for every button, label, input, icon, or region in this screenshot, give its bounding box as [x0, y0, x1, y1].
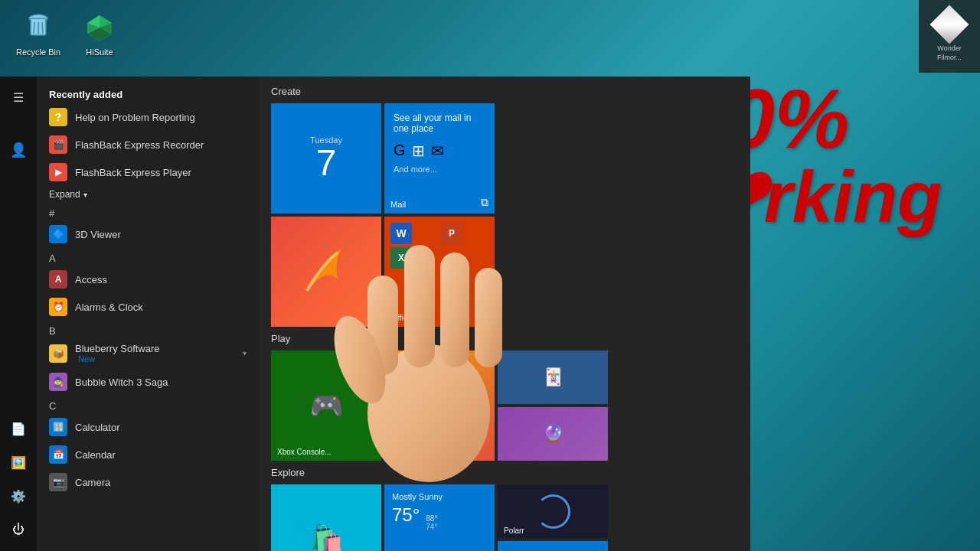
xbox-icon: 🎮: [309, 390, 344, 422]
solitaire-graphic: 🃏: [543, 367, 564, 387]
weather-temp: 75°: [392, 504, 420, 526]
camera-label: Camera: [75, 477, 110, 488]
app-item-3d-viewer[interactable]: 🔷 3D Viewer: [37, 220, 259, 248]
c-label: C: [37, 396, 259, 413]
calendar-icon: 📅: [49, 445, 67, 464]
calendar-label: Calendar: [75, 449, 116, 461]
tile-mail[interactable]: See all your mail in one place G ⊞ ✉ And…: [384, 103, 495, 214]
a-label: A: [37, 248, 259, 266]
app-item-camera[interactable]: 📷 Camera: [37, 468, 259, 496]
tiles-area: Create Tuesday 7 See all your mail in on…: [259, 77, 750, 551]
mail-icons-row: G ⊞ ✉: [394, 142, 444, 160]
weather-condition: Mostly Sunny: [392, 492, 443, 501]
polarr-label: Polarr: [504, 527, 524, 535]
calculator-icon: 🔢: [49, 418, 67, 436]
tile-calendar[interactable]: Tuesday 7: [271, 103, 381, 214]
recycle-bin-label: Recycle Bin: [16, 47, 60, 57]
explore-section-label: Explore: [271, 467, 738, 478]
mail-expand-icon: ⧉: [481, 196, 488, 209]
app-item-flashback-player[interactable]: ▶ FlashBack Express Player: [37, 158, 259, 186]
sidebar-narrow: ☰ 👤 📄 🖼️ ⚙️ ⏻: [0, 77, 37, 551]
desktop: Recycle Bin HiSuite WonderFilmor... 100%…: [0, 0, 980, 551]
expand-label: Expand: [49, 189, 80, 200]
explore-row1: 🛍️ Microsoft Store Mostly Sunny 75° 88° …: [271, 484, 738, 551]
office-icons-grid: W P X +: [390, 223, 488, 269]
weather-high: 88°: [426, 514, 437, 523]
camera-icon: 📷: [49, 473, 67, 491]
office-extra-icon: +: [441, 247, 462, 269]
hisuite-label: HiSuite: [86, 47, 113, 57]
documents-icon[interactable]: 📄: [3, 413, 34, 444]
blueberry-label-block: Blueberry Software New: [75, 343, 160, 364]
b-label: B: [37, 321, 259, 338]
svg-line-4: [42, 22, 43, 34]
app-item-calculator[interactable]: 🔢 Calculator: [37, 413, 259, 441]
expand-button[interactable]: Expand ▾: [37, 186, 259, 203]
office-tiles-row: W P X + Office: [271, 217, 738, 327]
explore-right-col: Polarr Start: [498, 484, 608, 551]
tile-store[interactable]: 🛍️ Microsoft Store: [271, 484, 381, 551]
calculator-label: Calculator: [75, 422, 120, 433]
google-icon: G: [394, 142, 406, 160]
app-item-bubble-witch[interactable]: 🧙 Bubble Witch 3 Saga: [37, 368, 259, 396]
weather-low: 74°: [426, 523, 437, 531]
powerpoint-icon: P: [441, 223, 462, 244]
photos-icon[interactable]: 🖼️: [3, 447, 34, 478]
create-tiles-row: Tuesday 7 See all your mail in one place…: [271, 103, 738, 214]
word-icon: W: [390, 223, 412, 244]
recently-added-label: Recently added: [37, 83, 259, 103]
play-right-col: 🃏 🔮: [498, 350, 608, 461]
tile-start[interactable]: Start: [498, 541, 608, 551]
app-item-flashback-recorder[interactable]: 🎬 FlashBack Express Recorder: [37, 131, 259, 158]
mail-and-more: And more...: [394, 165, 437, 174]
power-icon[interactable]: ⏻: [3, 514, 34, 545]
tile-xbox[interactable]: 🎮 Xbox Console...: [271, 350, 381, 461]
hamburger-menu-button[interactable]: ☰: [3, 83, 34, 113]
outlook-icon: ⊞: [412, 142, 425, 160]
office-label: Office: [390, 313, 413, 322]
mail-label: Mail: [390, 200, 406, 209]
alarms-icon: ⏰: [49, 298, 67, 316]
desktop-icon-hisuite[interactable]: HiSuite: [69, 6, 130, 60]
blueberry-icon: 📦: [49, 344, 67, 363]
play-section-label: Play: [271, 333, 738, 344]
app-list: Recently added ? Help on Problem Reporti…: [37, 77, 259, 551]
help-label: Help on Problem Reporting: [75, 112, 195, 123]
polarr-circle-icon: [536, 494, 570, 529]
flashback-recorder-label: FlashBack Express Recorder: [75, 139, 204, 151]
weather-range: 88° 74°: [426, 514, 437, 531]
hash-label: #: [37, 203, 259, 220]
user-avatar[interactable]: 👤: [3, 135, 34, 165]
desktop-icon-recycle-bin[interactable]: Recycle Bin: [8, 6, 69, 60]
flashback-player-icon: ▶: [49, 163, 67, 181]
settings-icon[interactable]: ⚙️: [3, 481, 34, 511]
mail-envelope-icon: ✉: [431, 142, 444, 160]
tile-candy-friends[interactable]: 🍬Friends: [384, 350, 495, 461]
app-item-access[interactable]: A Access: [37, 266, 259, 293]
blueberry-expand-icon: ▾: [243, 349, 247, 357]
play-tiles-row: 🎮 Xbox Console... 🍬Friends 🃏 🔮: [271, 350, 738, 461]
tile-weather[interactable]: Mostly Sunny 75° 88° 74° Saint-Denis: [384, 484, 495, 551]
access-icon: A: [49, 270, 67, 289]
mail-title: See all your mail in one place: [394, 112, 485, 134]
tile-scratch[interactable]: [271, 217, 381, 327]
scratch-graphic: [296, 241, 357, 302]
app-item-calendar[interactable]: 📅 Calendar: [37, 441, 259, 468]
tile-office[interactable]: W P X + Office: [384, 217, 495, 327]
svg-line-2: [34, 22, 34, 34]
expand-chevron-icon: ▾: [83, 191, 87, 199]
tile-bubble-play[interactable]: 🔮: [498, 407, 608, 461]
bubble-witch-play-graphic: 🔮: [543, 424, 564, 444]
app-item-help[interactable]: ? Help on Problem Reporting: [37, 103, 259, 131]
bubble-witch-label: Bubble Witch 3 Saga: [75, 377, 168, 388]
cal-num-label: 7: [316, 145, 337, 181]
excel-icon: X: [390, 247, 412, 269]
weather-temps: 75° 88° 74°: [392, 504, 437, 531]
bubble-witch-icon: 🧙: [49, 373, 67, 391]
tile-polarr[interactable]: Polarr: [498, 484, 608, 538]
access-label: Access: [75, 274, 107, 285]
app-item-blueberry[interactable]: 📦 Blueberry Software New ▾: [37, 338, 259, 368]
app-item-alarms[interactable]: ⏰ Alarms & Clock: [37, 293, 259, 321]
create-section-label: Create: [271, 86, 738, 97]
tile-solitaire[interactable]: 🃏: [498, 350, 608, 404]
